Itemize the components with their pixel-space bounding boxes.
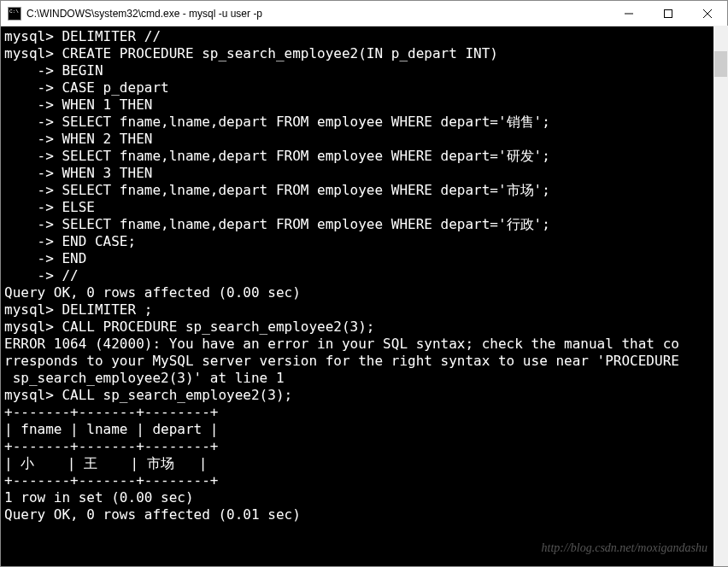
terminal-line: -> WHEN 2 THEN — [4, 131, 724, 148]
terminal-line: mysql> CREATE PROCEDURE sp_search_employ… — [4, 45, 724, 62]
terminal-line: -> // — [4, 267, 724, 284]
window-title: C:\WINDOWS\system32\cmd.exe - mysql -u u… — [26, 8, 609, 20]
terminal-line: -> SELECT fname,lname,depart FROM employ… — [4, 148, 724, 165]
terminal-line: mysql> DELIMITER // — [4, 28, 724, 45]
window-controls — [609, 1, 727, 26]
terminal-output[interactable]: mysql> DELIMITER //mysql> CREATE PROCEDU… — [1, 26, 727, 566]
terminal-line: 1 row in set (0.00 sec) — [4, 489, 724, 506]
terminal-line: rresponds to your MySQL server version f… — [4, 353, 724, 370]
terminal-line: Query OK, 0 rows affected (0.01 sec) — [4, 506, 724, 523]
terminal-line: -> CASE p_depart — [4, 79, 724, 96]
terminal-line: mysql> CALL sp_search_employee2(3); — [4, 387, 724, 404]
terminal-line: -> END — [4, 250, 724, 267]
scroll-thumb[interactable] — [714, 51, 727, 77]
terminal-line: -> WHEN 3 THEN — [4, 165, 724, 182]
terminal-line: mysql> DELIMITER ; — [4, 301, 724, 319]
terminal-line: ERROR 1064 (42000): You have an error in… — [4, 336, 724, 353]
terminal-line: -> BEGIN — [4, 62, 724, 79]
vertical-scrollbar[interactable] — [713, 26, 728, 566]
cmd-window: C:\WINDOWS\system32\cmd.exe - mysql -u u… — [0, 0, 728, 567]
cmd-icon — [8, 7, 21, 20]
terminal-line: +-------+-------+--------+ — [4, 438, 724, 455]
terminal-line: -> SELECT fname,lname,depart FROM employ… — [4, 216, 724, 233]
terminal-line: -> END CASE; — [4, 233, 724, 250]
minimize-button[interactable] — [609, 1, 649, 26]
terminal-line: mysql> CALL PROCEDURE sp_search_employee… — [4, 319, 724, 336]
terminal-line: -> ELSE — [4, 199, 724, 216]
terminal-line: +-------+-------+--------+ — [4, 472, 724, 489]
terminal-line: Query OK, 0 rows affected (0.00 sec) — [4, 284, 724, 301]
titlebar[interactable]: C:\WINDOWS\system32\cmd.exe - mysql -u u… — [1, 1, 727, 26]
close-button[interactable] — [688, 1, 727, 26]
terminal-line: -> WHEN 1 THEN — [4, 96, 724, 114]
terminal-line: sp_search_employee2(3)' at line 1 — [4, 370, 724, 387]
terminal-line: -> SELECT fname,lname,depart FROM employ… — [4, 114, 724, 131]
terminal-line: -> SELECT fname,lname,depart FROM employ… — [4, 182, 724, 199]
terminal-line: | fname | lname | depart | — [4, 421, 724, 438]
terminal-line: | 小 | 王 | 市场 | — [4, 455, 724, 472]
maximize-button[interactable] — [649, 1, 688, 26]
svg-rect-1 — [665, 9, 672, 17]
watermark-text: http://blog.csdn.net/moxigandashu — [542, 541, 707, 555]
terminal-line: +-------+-------+--------+ — [4, 404, 724, 421]
